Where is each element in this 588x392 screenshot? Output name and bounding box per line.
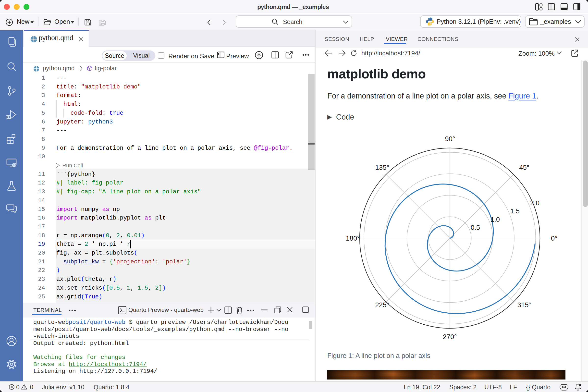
svg-text:45°: 45° xyxy=(519,164,530,171)
svg-text:225°: 225° xyxy=(375,301,389,309)
svg-text:135°: 135° xyxy=(375,164,389,171)
svg-text:315°: 315° xyxy=(518,301,532,309)
svg-text:2.0: 2.0 xyxy=(530,199,540,207)
svg-text:90°: 90° xyxy=(445,135,455,142)
svg-text:0.5: 0.5 xyxy=(471,224,480,231)
svg-text:1.5: 1.5 xyxy=(510,207,520,215)
svg-text:270°: 270° xyxy=(443,333,457,340)
svg-text:180°: 180° xyxy=(346,234,360,242)
svg-text:0°: 0° xyxy=(551,234,558,242)
svg-text:1.0: 1.0 xyxy=(490,216,500,223)
